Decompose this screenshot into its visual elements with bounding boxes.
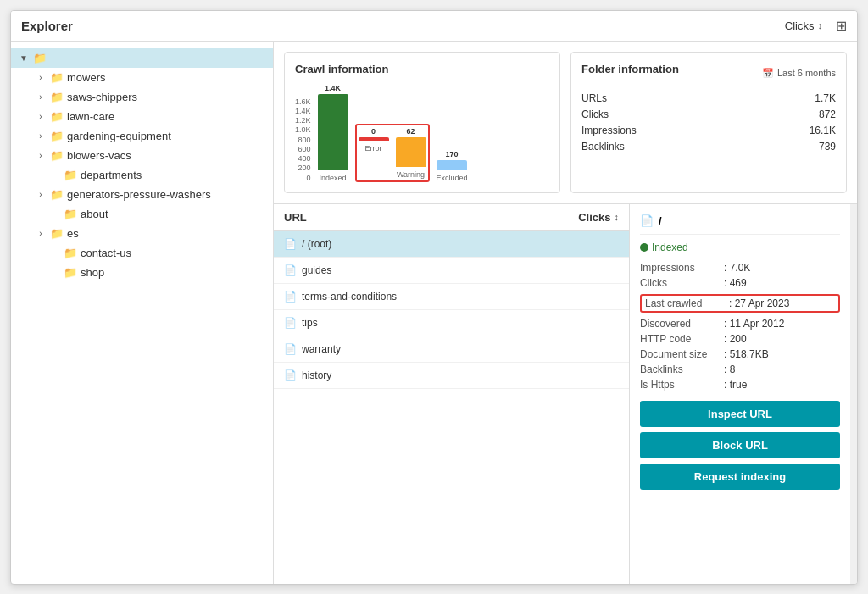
detail-value-discovered: : 11 Apr 2012 (724, 318, 784, 330)
detail-path: / (659, 214, 662, 227)
folder-icon: 📁 (50, 130, 64, 142)
url-text: guides (302, 264, 619, 276)
indexed-badge: Indexed (640, 241, 840, 253)
url-row-root[interactable]: 📄 / (root) (274, 231, 629, 258)
folder-row-impressions: Impressions 16.1K (581, 125, 836, 136)
sidebar-item-gardening-equipment[interactable]: › 📁 gardening-equipment (11, 126, 273, 146)
chevron-down-icon: ▼ (18, 53, 30, 63)
sidebar-item-about[interactable]: 📁 about (11, 204, 273, 224)
folder-icon: 📁 (50, 227, 64, 240)
detail-value-is-https: : true (724, 379, 747, 391)
url-row-guides[interactable]: 📄 guides (274, 258, 629, 284)
detail-value-doc-size: : 518.7KB (724, 348, 769, 360)
bar-indexed: 1.4K Indexed (318, 84, 348, 182)
indexed-dot (640, 243, 648, 252)
sidebar-item-blowers-vacs[interactable]: › 📁 blowers-vacs (11, 146, 273, 165)
sidebar-item-es[interactable]: › 📁 es (11, 224, 273, 243)
detail-label-doc-size: Document size (640, 348, 721, 360)
detail-row-backlinks: Backlinks : 8 (640, 364, 840, 375)
sidebar-item-label: es (67, 227, 79, 240)
sidebar-item-label: about (81, 208, 108, 220)
scrollbar[interactable] (850, 204, 857, 584)
y-axis-labels: 1.6K 1.4K 1.2K 1.0K 800 600 400 200 0 (295, 97, 311, 182)
header-clicks-sort[interactable]: Clicks ↕ (785, 19, 822, 32)
request-indexing-button[interactable]: Request indexing (640, 464, 840, 490)
folder-row-clicks: Clicks 872 (581, 108, 836, 120)
sidebar-item-contact-us[interactable]: 📁 contact-us (11, 243, 273, 263)
sidebar-item-label: mowers (67, 71, 106, 84)
folder-value-urls: 1.7K (815, 92, 836, 104)
url-row-terms-and-conditions[interactable]: 📄 terms-and-conditions (274, 284, 629, 310)
url-text: terms-and-conditions (302, 291, 619, 303)
detail-header: 📄 / (640, 214, 840, 235)
folder-label-clicks: Clicks (581, 108, 609, 120)
sidebar-item-departments[interactable]: 📁 departments (11, 165, 273, 185)
app-header: Explorer Clicks ↕ ⊞ (11, 11, 857, 42)
folder-icon: 📁 (50, 110, 64, 123)
detail-label-backlinks: Backlinks (640, 364, 721, 375)
sidebar-item-label: contact-us (81, 247, 131, 259)
folder-period: 📅 Last 6 months (762, 68, 836, 79)
url-panel-header: URL Clicks ↕ (274, 204, 629, 231)
detail-scroll-container: 📄 / Indexed Impressions : 7.0K (630, 204, 857, 584)
chevron-right-icon: › (35, 190, 47, 199)
detail-row-doc-size: Document size : 518.7KB (640, 348, 840, 360)
sidebar-item-mowers[interactable]: › 📁 mowers (11, 68, 273, 87)
sidebar-item-shop[interactable]: 📁 shop (11, 263, 273, 282)
detail-label-discovered: Discovered (640, 318, 721, 330)
clicks-label: Clicks (785, 19, 815, 32)
folder-value-backlinks: 739 (819, 141, 836, 153)
sidebar-item-generators-pressure-washers[interactable]: › 📁 generators-pressure-washers (11, 185, 273, 204)
folder-icon: 📁 (50, 188, 64, 201)
grid-view-icon[interactable]: ⊞ (836, 18, 847, 34)
url-text: / (root) (302, 238, 619, 250)
chart-bars: 1.4K Indexed 0 Error (318, 84, 468, 182)
app-body: ▼ 📁 › 📁 mowers › 📁 saws-chippers › 📁 law… (11, 42, 857, 584)
app-window: Explorer Clicks ↕ ⊞ ▼ 📁 › 📁 mowers › 📁 (10, 10, 858, 585)
page-icon: 📄 (284, 317, 297, 329)
sidebar-item-label: lawn-care (67, 110, 114, 123)
url-row-tips[interactable]: 📄 tips (274, 310, 629, 336)
sidebar-item-root[interactable]: ▼ 📁 (11, 48, 273, 68)
page-icon: 📄 (284, 291, 297, 303)
folder-panel: Folder information 📅 Last 6 months URLs … (570, 52, 847, 193)
folder-rows: URLs 1.7K Clicks 872 Impressions 16.1K (581, 92, 836, 153)
chevron-right-icon: › (35, 229, 47, 238)
detail-row-clicks: Clicks : 469 (640, 277, 840, 289)
block-url-button[interactable]: Block URL (640, 432, 840, 458)
folder-icon: 📁 (50, 91, 64, 103)
indexed-label: Indexed (652, 241, 688, 253)
sort-icon: ↕ (615, 212, 620, 222)
detail-row-impressions: Impressions : 7.0K (640, 262, 840, 274)
crawl-panel-title: Crawl information (295, 63, 549, 75)
chevron-right-icon: › (35, 73, 47, 82)
url-row-warranty[interactable]: 📄 warranty (274, 336, 629, 363)
page-icon: 📄 (284, 369, 297, 381)
url-panel: URL Clicks ↕ 📄 / (root) 📄 guides (274, 204, 630, 584)
url-row-history[interactable]: 📄 history (274, 363, 629, 389)
bar-warning: 62 Warning (396, 127, 426, 179)
folder-value-impressions: 16.1K (810, 125, 836, 136)
chevron-right-icon: › (35, 151, 47, 160)
sidebar-item-saws-chippers[interactable]: › 📁 saws-chippers (11, 87, 273, 107)
chevron-right-icon: › (35, 112, 47, 121)
highlight-error-warning: 0 Error 62 Warning (355, 124, 430, 182)
folder-row-urls: URLs 1.7K (581, 92, 836, 104)
inspect-url-button[interactable]: Inspect URL (640, 401, 840, 427)
detail-label-last-crawled: Last crawled (645, 297, 726, 309)
sidebar-item-label: blowers-vacs (67, 149, 131, 162)
sort-icon: ↕ (818, 20, 823, 31)
sidebar-item-lawn-care[interactable]: › 📁 lawn-care (11, 107, 273, 126)
detail-row-http-code: HTTP code : 200 (640, 333, 840, 345)
folder-icon: 📁 (64, 266, 77, 279)
clicks-col-header[interactable]: Clicks ↕ (578, 211, 619, 224)
detail-label-is-https: Is Https (640, 379, 721, 391)
page-icon: 📄 (284, 343, 297, 355)
detail-value-http-code: : 200 (724, 333, 747, 345)
folder-label-urls: URLs (581, 92, 607, 104)
calendar-icon: 📅 (762, 68, 774, 79)
page-icon: 📄 (640, 214, 654, 227)
main-content: Crawl information 1.6K 1.4K 1.2K 1.0K 80… (274, 42, 857, 584)
detail-panel: 📄 / Indexed Impressions : 7.0K (630, 204, 850, 584)
folder-label-backlinks: Backlinks (581, 141, 625, 153)
